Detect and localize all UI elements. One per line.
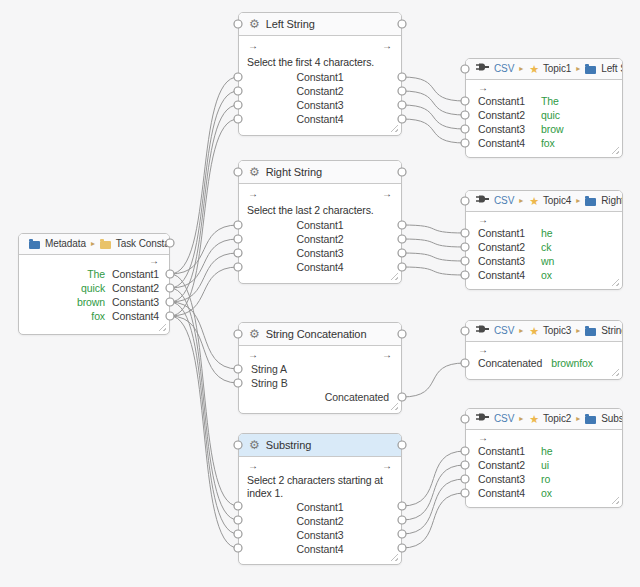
node-body: →→ Select the last 2 characters. Constan… [239,184,401,274]
crumb-topic[interactable]: Topic4 [543,191,571,211]
wire[interactable] [170,302,238,534]
constant-label: Constant2 [478,109,532,121]
wire[interactable] [402,253,465,261]
node-header[interactable]: ⚙ String Concatenation [239,323,401,346]
wire[interactable] [170,91,238,288]
flow-arrow-icon: → [478,345,488,355]
constant-value: brownfox [551,357,593,369]
wire[interactable] [402,451,465,506]
wire[interactable] [402,77,465,101]
node-header[interactable]: ⚙ Left String [239,13,401,36]
flow-arrow-icon: → [248,189,258,199]
node-string-concatenation[interactable]: ⚙ String Concatenation →→ String A Strin… [238,322,402,414]
wire[interactable] [170,288,238,520]
node-right-string[interactable]: ⚙ Right String →→ Select the last 2 char… [238,160,402,284]
crumb-dataset[interactable]: Right... [601,191,622,211]
flow-arrow-icon: → [478,215,488,225]
constant-value: he [541,227,552,239]
constant-label: Constant3 [478,473,532,485]
wire[interactable] [170,119,238,316]
constant-row: Constant2ui [466,458,622,472]
node-title: Right String [266,161,322,183]
node-header[interactable]: Metadata ▸ Task Constants [19,234,169,255]
crumb-topic[interactable]: Topic2 [543,409,571,429]
crumb-metadata[interactable]: Metadata [45,234,86,254]
wire[interactable] [402,119,465,143]
constant-label: Constant2 [297,85,344,97]
constant-label: Constant3 [297,99,344,111]
constant-label: Constant2 [112,282,159,294]
folder-icon [585,416,596,424]
constant-label: Constant2 [478,241,532,253]
node-header[interactable]: CSV ▸ ★ Topic3 ▸ String... [466,321,622,342]
constant-value: he [541,445,552,457]
node-substring[interactable]: ⚙ Substring →→ Select 2 characters start… [238,433,402,565]
flow-row: →→ [239,38,401,54]
node-header[interactable]: ⚙ Substring [239,434,401,457]
node-csv-topic1[interactable]: CSV ▸ ★ Topic1 ▸ Left St... → Constant1T… [465,58,623,158]
breadcrumb-separator-icon: ▸ [519,191,523,211]
constant-row: Constant3brow [466,122,622,136]
node-left-string[interactable]: ⚙ Left String →→ Select the first 4 char… [238,12,402,136]
node-body: → Constant1he Constant2ck Constant3wn Co… [466,212,622,282]
node-header[interactable]: ⚙ Right String [239,161,401,184]
constant-row: Constant1he [466,444,622,458]
node-header[interactable]: CSV ▸ ★ Topic4 ▸ Right... [466,191,622,212]
input-row: String B [239,376,401,390]
constant-value: fox [91,310,105,322]
node-csv-topic4[interactable]: CSV ▸ ★ Topic4 ▸ Right... → Constant1he … [465,190,623,290]
crumb-csv[interactable]: CSV [494,59,514,79]
wire[interactable] [402,239,465,247]
crumb-csv[interactable]: CSV [494,409,514,429]
input-label: String A [251,363,287,375]
wire[interactable] [402,105,465,129]
node-task-constants[interactable]: Metadata ▸ Task Constants → TheConstant1… [18,233,170,335]
constant-label: Constant1 [297,501,344,513]
flow-arrow-icon: → [382,461,392,471]
wire[interactable] [170,316,238,383]
wire[interactable] [402,91,465,115]
node-description: Select the first 4 characters. [239,54,401,70]
constant-row: Constant1he [466,226,622,240]
wire[interactable] [170,225,238,274]
wire[interactable] [170,239,238,288]
gear-icon: ⚙ [249,13,260,35]
constant-label: Constant3 [297,529,344,541]
crumb-topic[interactable]: Topic3 [543,321,571,341]
node-header[interactable]: CSV ▸ ★ Topic2 ▸ Substri... [466,409,622,430]
wire[interactable] [170,105,238,302]
wire[interactable] [170,253,238,302]
wire[interactable] [402,363,465,397]
wire[interactable] [170,302,238,369]
wire[interactable] [170,267,238,316]
crumb-task-constants[interactable]: Task Constants [116,234,169,254]
node-header[interactable]: CSV ▸ ★ Topic1 ▸ Left St... [466,59,622,80]
crumb-topic[interactable]: Topic1 [543,59,571,79]
flow-row: → [466,82,622,94]
constant-row: Constant4 [239,542,401,556]
constant-row: Constant4 [239,260,401,274]
wire[interactable] [402,465,465,520]
wire[interactable] [170,77,238,274]
crumb-csv[interactable]: CSV [494,321,514,341]
crumb-dataset[interactable]: Substri... [601,409,622,429]
node-csv-topic3[interactable]: CSV ▸ ★ Topic3 ▸ String... → Concatenate… [465,320,623,380]
wire[interactable] [402,267,465,275]
breadcrumb-separator-icon: ▸ [519,321,523,341]
resize-grip[interactable] [158,323,166,331]
wire[interactable] [402,479,465,534]
constant-row: foxConstant4 [19,309,169,323]
plug-icon [476,409,489,429]
constant-value: fox [541,137,555,149]
constant-label: Constant2 [297,515,344,527]
crumb-dataset[interactable]: Left St... [601,59,622,79]
wire[interactable] [170,274,238,506]
wire[interactable] [170,316,238,548]
wire[interactable] [402,493,465,548]
crumb-csv[interactable]: CSV [494,191,514,211]
flow-row: →→ [239,459,401,473]
node-csv-topic2[interactable]: CSV ▸ ★ Topic2 ▸ Substri... → Constant1h… [465,408,623,508]
crumb-dataset[interactable]: String... [601,321,622,341]
wire[interactable] [402,225,465,233]
constant-label: Constant4 [297,113,344,125]
